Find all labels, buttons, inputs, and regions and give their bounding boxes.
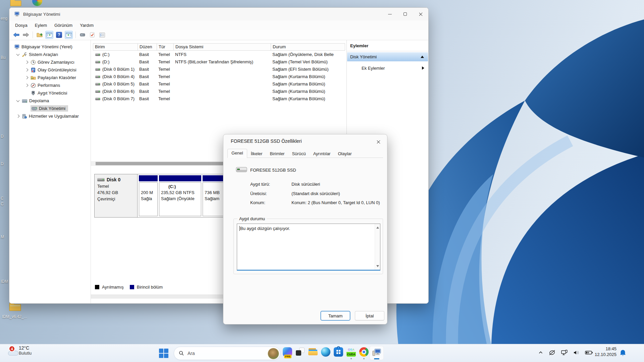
taskbar-copilot[interactable]: PRE — [282, 347, 292, 359]
chevron-right-icon[interactable] — [25, 76, 29, 79]
cancel-button[interactable]: İptal — [355, 311, 384, 320]
scroll-up-icon[interactable] — [376, 227, 379, 229]
volume-row[interactable]: (Disk 0 Bölüm 4) Basit Temel Sağlam (Kur… — [93, 73, 345, 80]
tree-item-disk-management[interactable]: Disk Yönetimi — [9, 105, 91, 112]
device-status-textbox[interactable]: Bu aygıt düzgün çalışıyor. — [237, 224, 380, 270]
column-header[interactable]: Birim — [93, 44, 138, 50]
tree-item-system-tools[interactable]: Sistem Araçları — [9, 51, 91, 58]
display-connect-icon[interactable] — [561, 350, 568, 356]
taskbar-store[interactable] — [333, 347, 343, 359]
notification-bell-icon[interactable] — [619, 349, 627, 357]
start-button[interactable] — [159, 349, 168, 358]
tree-item-storage[interactable]: Depolama — [9, 97, 91, 105]
desktop-icon-label[interactable]: D — [1, 134, 4, 139]
tree-item-device-manager[interactable]: Aygıt Yöneticisi — [9, 89, 91, 97]
clock[interactable]: 18:45 12.10.2025 — [588, 346, 616, 357]
chevron-right-icon[interactable] — [25, 84, 29, 87]
chevron-right-icon[interactable] — [25, 68, 29, 72]
desktop-icon-label[interactable]: C — [1, 196, 4, 201]
desktop-folder-icon[interactable] — [10, 0, 22, 7]
tab-driver[interactable]: Sürücü — [288, 150, 309, 158]
menu-action[interactable]: Eylem — [31, 21, 51, 29]
volume-row[interactable]: (Disk 0 Bölüm 5) Basit Temel Sağlam (Kur… — [93, 80, 345, 87]
back-button[interactable] — [12, 31, 20, 39]
desktop-icon-label[interactable]: IDM — [1, 279, 8, 284]
volume-table: (C:) Basit Temel NTFS Sağlam (Önyükleme,… — [93, 51, 345, 102]
desktop-archive-label[interactable]: IDM_v6.42_... — [2, 314, 27, 319]
tray-chevron-up-icon[interactable] — [538, 350, 543, 355]
tree-item-performance[interactable]: Performans — [9, 81, 91, 89]
forward-button[interactable] — [22, 31, 30, 39]
taskbar-cuda-app[interactable]: OSA CUDA — [346, 347, 356, 359]
show-action-pane-button[interactable] — [65, 31, 73, 39]
desktop-icon-label[interactable]: Bu — [1, 55, 6, 60]
tab-policies[interactable]: İlkeler — [247, 150, 266, 158]
desktop-icon-label[interactable]: D — [1, 162, 4, 166]
tab-events[interactable]: Olaylar — [334, 150, 355, 158]
volume-icon[interactable] — [573, 350, 580, 356]
volume-row[interactable]: (Disk 0 Bölüm 1) Basit Temel Sağlam (EFI… — [93, 65, 345, 73]
partition-block-c[interactable]: (C:) 235,52 GB NTFS Sağlam (Önyükle — [159, 175, 201, 216]
column-header[interactable]: Durum — [271, 44, 345, 50]
tree-item-root[interactable]: Bilgisayar Yönetimi (Yerel) — [9, 43, 91, 51]
chevron-right-icon[interactable] — [25, 61, 29, 64]
partition-block[interactable]: 200 M Sağla — [139, 175, 158, 216]
volume-row[interactable]: (C:) Basit Temel NTFS Sağlam (Önyükleme,… — [93, 51, 345, 58]
services-icon — [22, 114, 27, 119]
tab-general[interactable]: Genel — [227, 149, 247, 158]
options-button[interactable] — [98, 31, 106, 39]
volume-row[interactable]: (D:) Basit Temel NTFS (BitLocker Tarafın… — [93, 58, 345, 65]
verify-button[interactable] — [88, 31, 96, 39]
tree-item-event-viewer[interactable]: Olay Görüntüleyicisi — [9, 66, 91, 74]
maximize-button[interactable] — [397, 8, 413, 20]
column-header[interactable]: Tür — [157, 44, 174, 50]
column-header[interactable]: Dosya Sistemi — [174, 44, 271, 50]
column-header[interactable]: Düzen — [138, 44, 157, 50]
actions-group-disk-management[interactable]: Disk Yönetimi — [347, 52, 428, 61]
close-button[interactable] — [413, 8, 428, 20]
minimize-button[interactable] — [382, 8, 397, 20]
ok-button[interactable]: Tamam — [321, 311, 350, 320]
volume-row[interactable]: (Disk 0 Bölüm 6) Basit Temel Sağlam (Kur… — [93, 87, 345, 95]
partition-color-band — [139, 175, 158, 181]
taskbar-task-view[interactable] — [295, 347, 305, 359]
textbox-scrollbar[interactable] — [375, 224, 380, 270]
field-label: Üreticisi: — [250, 191, 290, 196]
tab-details[interactable]: Ayrıntılar — [310, 150, 334, 158]
volume-row[interactable]: (Disk 0 Bölüm 7) Basit Temel Sağlam (Kur… — [93, 95, 345, 102]
desktop-icon-label[interactable]: C — [1, 202, 4, 206]
search-box[interactable]: Ara — [174, 347, 280, 360]
menu-file[interactable]: Dosya — [11, 21, 31, 29]
tab-volumes[interactable]: Birimler — [266, 150, 288, 158]
desktop-icon-label[interactable]: M — [1, 235, 4, 239]
chevron-down-icon[interactable] — [16, 52, 20, 56]
scroll-down-icon[interactable] — [376, 265, 379, 267]
export-button[interactable] — [36, 31, 44, 39]
taskbar-edge[interactable] — [321, 347, 331, 359]
actions-item-more-actions[interactable]: Ek Eylemler — [347, 64, 428, 72]
dialog-title-bar[interactable]: FORESEE 512GB SSD Özellikleri — [223, 134, 387, 148]
collapse-icon[interactable] — [421, 56, 424, 58]
help-button[interactable]: ? — [55, 31, 63, 39]
touchpad-off-icon[interactable] — [548, 350, 556, 356]
desktop-icon-label[interactable]: eng — [1, 16, 7, 21]
disk-0-header[interactable]: Disk 0 Temel 476,92 GB Çevrimiçi — [95, 174, 138, 217]
menu-help[interactable]: Yardım — [76, 21, 97, 29]
taskbar-chrome[interactable] — [359, 347, 369, 359]
taskbar-computer-management[interactable] — [372, 347, 382, 359]
search-daily-image[interactable] — [268, 348, 279, 359]
tree-item-task-scheduler[interactable]: Görev Zamanlayıcı — [9, 58, 91, 66]
show-console-tree-button[interactable] — [45, 31, 53, 39]
chevron-down-icon[interactable] — [16, 99, 20, 102]
title-bar[interactable]: Bilgisayar Yönetimi — [9, 8, 428, 20]
cuda-app-icon: OSA CUDA — [346, 347, 356, 357]
dialog-close-button[interactable] — [374, 138, 382, 146]
partition-legend: Ayrılmamış Birincil bölüm — [95, 285, 163, 290]
chevron-right-icon[interactable] — [16, 115, 20, 118]
tree-item-shared-folders[interactable]: Paylaşılan Klasörler — [9, 74, 91, 81]
menu-view[interactable]: Görünüm — [51, 21, 76, 29]
tree-item-services-applications[interactable]: Hizmetler ve Uygulamalar — [9, 112, 91, 120]
weather-widget[interactable]: 4 12°C Bulutlu — [3, 345, 32, 356]
device-properties-button[interactable] — [78, 31, 87, 39]
taskbar-file-explorer[interactable] — [308, 347, 318, 359]
